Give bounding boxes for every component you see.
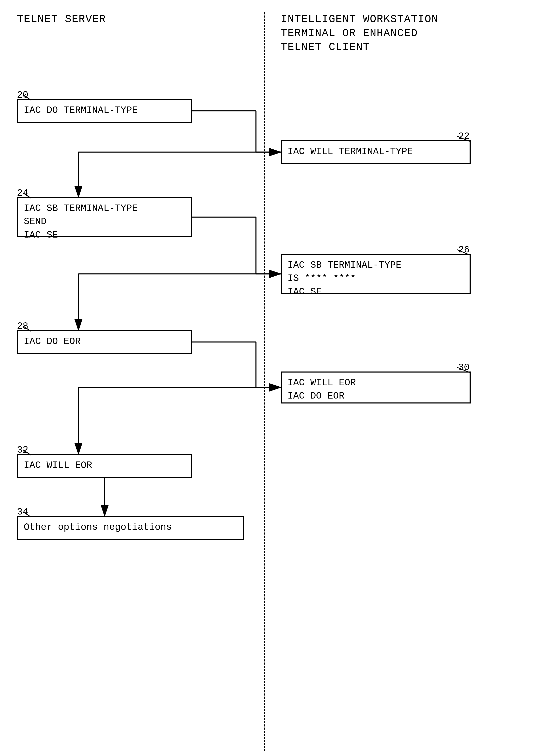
box-22: IAC WILL TERMINAL-TYPE xyxy=(281,140,471,164)
box-34: Other options negotiations xyxy=(17,516,244,540)
right-column-header: INTELLIGENT WORKSTATIONTERMINAL OR ENHAN… xyxy=(281,12,438,54)
box-30: IAC WILL EORIAC DO EOR xyxy=(281,371,471,403)
box-26: IAC SB TERMINAL-TYPEIS **** ****IAC SE xyxy=(281,254,471,294)
box-32: IAC WILL EOR xyxy=(17,454,192,478)
box-28: IAC DO EOR xyxy=(17,330,192,354)
box-24: IAC SB TERMINAL-TYPESENDIAC SE xyxy=(17,197,192,237)
box-20: IAC DO TERMINAL-TYPE xyxy=(17,99,192,123)
left-column-header: TELNET SERVER xyxy=(17,12,106,26)
center-divider-line xyxy=(264,12,265,751)
diagram-container: TELNET SERVER INTELLIGENT WORKSTATIONTER… xyxy=(0,0,548,756)
